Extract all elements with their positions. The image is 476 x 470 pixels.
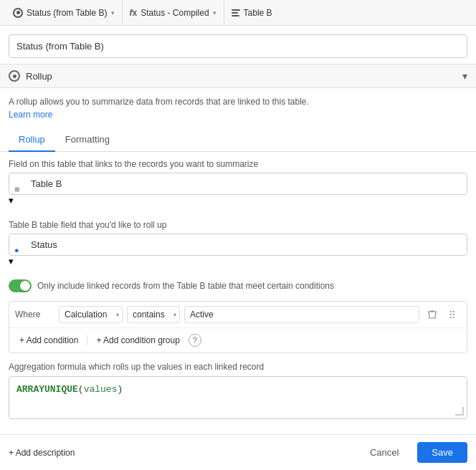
link-field-select-row: ≡ Table B ▾ [0, 173, 476, 213]
formula-paren-close: ) [117, 384, 123, 395]
svg-point-5 [453, 317, 454, 318]
rollup-label: Rollup [26, 71, 52, 82]
main-panel: Rollup ▾ A rollup allows you to summariz… [0, 26, 476, 470]
rollup-field-label: Table B table field that you'd like to r… [0, 213, 476, 234]
rollup-chevron: ▾ [462, 70, 467, 82]
condition-row: Where Calculation ▾ contains ▾ [9, 302, 467, 328]
top-bar-formula-item[interactable]: fx Status - Compiled ▾ [123, 0, 224, 25]
description-text: A rollup allows you to summarize data fr… [9, 97, 309, 107]
help-icon-button[interactable]: ? [189, 334, 201, 347]
add-description-label: + Add description [9, 448, 75, 458]
link-field-label: Field on this table that links to the re… [0, 152, 476, 173]
toggle-label: Only include linked records from the Tab… [37, 281, 334, 291]
fx-icon: fx [130, 8, 138, 18]
svg-point-4 [450, 317, 452, 318]
help-icon: ? [193, 336, 197, 345]
svg-point-0 [450, 311, 452, 312]
add-condition-group-button[interactable]: + Add condition group [93, 334, 182, 347]
top-bar-formula-chevron: ▾ [213, 9, 216, 16]
conditions-box: Where Calculation ▾ contains ▾ [9, 301, 467, 353]
top-bar: Status (from Table B) ▾ fx Status - Comp… [0, 0, 476, 26]
condition-operator-wrap: contains ▾ [127, 306, 180, 323]
rollup-field-select[interactable]: Status [9, 234, 467, 256]
condition-actions [424, 306, 461, 323]
add-condition-button[interactable]: + Add condition [16, 334, 81, 347]
field-icon [13, 8, 23, 18]
top-bar-field-item[interactable]: Status (from Table B) ▾ [6, 0, 123, 25]
footer-right: Cancel Save [358, 442, 467, 463]
tab-formatting[interactable]: Formatting [55, 128, 120, 152]
add-condition-label: + Add condition [19, 335, 78, 345]
link-field-select-wrapper: ≡ Table B ▾ [9, 173, 467, 206]
add-description-button[interactable]: + Add description [9, 448, 75, 458]
drag-condition-button[interactable] [444, 306, 461, 323]
where-label: Where [15, 310, 54, 320]
delete-condition-button[interactable] [424, 306, 441, 323]
add-conditions-row: + Add condition + Add condition group ? [9, 328, 467, 352]
footer: + Add description Cancel Save [0, 434, 476, 470]
cancel-button[interactable]: Cancel [358, 442, 410, 463]
toggle-row: Only include linked records from the Tab… [0, 274, 476, 298]
condition-field-select[interactable]: Calculation [59, 306, 123, 323]
link-field-select[interactable]: Table B [9, 173, 467, 195]
tabs-bar: Rollup Formatting [0, 128, 476, 152]
top-bar-formula-label: Status - Compiled [141, 8, 209, 18]
rollup-header-left: Rollup [9, 70, 52, 82]
field-name-section [0, 26, 476, 64]
tab-rollup[interactable]: Rollup [9, 128, 55, 152]
top-bar-table-label: Table B [244, 8, 272, 18]
conditions-separator [87, 335, 87, 345]
condition-operator-select[interactable]: contains [127, 306, 180, 323]
formula-paren-open: ( [78, 384, 84, 395]
formula-arg: values [84, 384, 118, 395]
field-name-input[interactable] [9, 34, 467, 58]
formula-keyword: ARRAYUNIQUE [16, 384, 78, 395]
formula-label: Aggregation formula which rolls up the v… [9, 362, 467, 372]
condition-value-input[interactable] [184, 306, 419, 323]
rollup-field-select-row: ● Status ▾ [0, 234, 476, 274]
add-condition-group-label: + Add condition group [96, 335, 179, 345]
rollup-field-chevron: ▾ [9, 256, 14, 267]
top-bar-table-item[interactable]: Table B [224, 0, 280, 25]
rollup-icon [9, 70, 20, 82]
condition-field-wrap: Calculation ▾ [59, 306, 123, 323]
top-bar-field-chevron: ▾ [111, 9, 115, 16]
description-section: A rollup allows you to summarize data fr… [0, 88, 476, 128]
formula-section: Aggregation formula which rolls up the v… [0, 356, 476, 423]
table-lines-icon [232, 9, 240, 16]
rollup-field-select-wrapper: ● Status ▾ [9, 234, 467, 267]
svg-point-1 [453, 311, 454, 312]
rollup-header[interactable]: Rollup ▾ [0, 64, 476, 88]
svg-point-3 [453, 314, 454, 315]
conditions-toggle[interactable] [9, 279, 32, 292]
link-field-chevron: ▾ [9, 195, 14, 206]
save-button[interactable]: Save [417, 442, 467, 463]
svg-point-2 [450, 314, 452, 315]
top-bar-field-label: Status (from Table B) [27, 8, 108, 18]
formula-box[interactable]: ARRAYUNIQUE(values) [9, 376, 467, 419]
learn-more-link[interactable]: Learn more [9, 110, 52, 120]
